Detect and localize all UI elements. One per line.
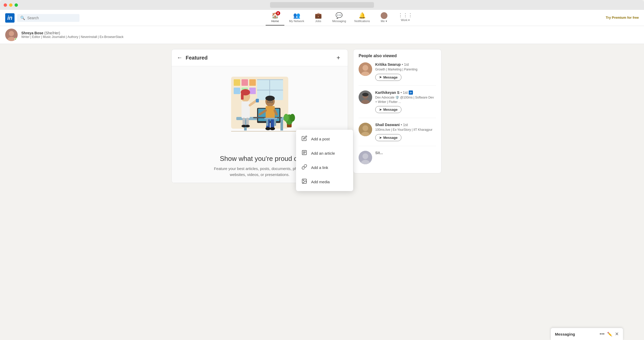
person-info-shail: Shail Daswani • 1st 100ms.live | Ex-Your… (375, 123, 436, 141)
dropdown-item-add-link[interactable]: Add a link (296, 160, 353, 175)
nav-label-notifications: Notifications (354, 19, 370, 23)
person-item: Shail Daswani • 1st 100ms.live | Ex-Your… (359, 123, 436, 146)
dropdown-item-add-media[interactable]: Add media (296, 175, 353, 189)
svg-rect-43 (266, 119, 268, 126)
online-indicator (15, 38, 17, 41)
person-avatar-shail (359, 123, 372, 136)
svg-rect-39 (271, 119, 274, 128)
person-name-karthikeyan: Karthikeyan S • 1st in (375, 90, 436, 95)
message-send-icon: ➤ (379, 75, 382, 79)
svg-point-62 (362, 93, 368, 96)
message-button-kritika[interactable]: ➤ Message (375, 74, 401, 81)
svg-rect-22 (241, 92, 244, 100)
messaging-bar: Messaging ••• ✏️ ✕ (551, 328, 623, 340)
nav-item-jobs[interactable]: 💼 Jobs (309, 10, 327, 25)
notifications-icon: 🔔 (359, 12, 366, 19)
svg-rect-7 (257, 90, 283, 90)
svg-point-57 (363, 65, 368, 71)
featured-header-left: ← Featured (177, 54, 207, 61)
svg-point-55 (303, 180, 304, 181)
svg-rect-12 (249, 79, 256, 86)
link-icon (301, 164, 307, 171)
message-button-shail[interactable]: ➤ Message (375, 134, 401, 141)
messaging-dots-button[interactable]: ••• (600, 331, 605, 337)
featured-header: ← Featured + (172, 49, 348, 66)
profile-info: Shreya Bose (She/Her) Writer | Editor | … (21, 31, 123, 39)
me-avatar (381, 12, 387, 19)
svg-point-31 (265, 96, 275, 101)
person-item: Kritika Swarup • 1st Growth | Marketing … (359, 62, 436, 86)
person-bio-kritika: Growth | Marketing | Parenting (375, 67, 436, 72)
person-info-karthikeyan: Karthikeyan S • 1st in Dev Advocate 🛡️ @… (375, 90, 436, 113)
plus-button[interactable]: + (334, 54, 343, 62)
message-button-karthikeyan[interactable]: ➤ Message (375, 106, 401, 113)
url-bar[interactable] (270, 2, 374, 8)
nav-label-me: Me ▾ (381, 19, 387, 23)
svg-point-47 (284, 114, 289, 122)
person-name-text: Shail Daswani (375, 123, 400, 127)
messaging-close-button[interactable]: ✕ (615, 331, 619, 337)
nav-left: in 🔍 (5, 13, 79, 23)
add-article-label: Add an article (311, 151, 335, 155)
svg-rect-26 (243, 118, 245, 126)
profile-name-text: Shreya Bose (21, 31, 43, 35)
illustration-image (216, 71, 304, 149)
dropdown-item-add-post[interactable]: Add a post (296, 132, 353, 146)
nav-item-work[interactable]: ⋮⋮⋮ Work ▾ (394, 10, 417, 25)
navbar: in 🔍 🏠 8 Home 👥 My Network 💼 Jobs 💬 Me (0, 10, 644, 26)
messaging-compose-button[interactable]: ✏️ (607, 332, 612, 337)
nav-item-home[interactable]: 🏠 8 Home (266, 10, 284, 25)
message-btn-label: Message (383, 136, 398, 140)
person-name-text: Sit... (375, 151, 383, 155)
profile-name: Shreya Bose (She/Her) (21, 31, 123, 35)
search-input[interactable] (27, 16, 76, 20)
nav-item-me[interactable]: Me ▾ (375, 10, 393, 25)
home-badge: 8 (276, 11, 280, 15)
my-network-icon: 👥 (293, 12, 300, 19)
nav-label-messaging: Messaging (332, 19, 346, 23)
nav-item-notifications[interactable]: 🔔 Notifications (351, 10, 374, 25)
main-container: ← Featured + (166, 49, 478, 183)
svg-point-67 (363, 153, 368, 159)
people-also-viewed-card: People also viewed Kritika Swarup • 1st … (353, 49, 441, 173)
edit-icon (301, 135, 307, 142)
messaging-bar-title[interactable]: Messaging (555, 332, 575, 336)
person-info-kritika: Kritika Swarup • 1st Growth | Marketing … (375, 62, 436, 81)
nav-right: Try Premium for free (603, 16, 639, 20)
add-post-label: Add a post (311, 137, 330, 141)
person-name-text: Karthikeyan S (375, 90, 399, 95)
minimize-btn[interactable] (9, 3, 12, 7)
linkedin-premium-icon: in (409, 90, 413, 95)
svg-rect-42 (264, 118, 277, 119)
person-name-shail: Shail Daswani • 1st (375, 123, 436, 127)
illustration-svg (216, 71, 304, 147)
message-send-icon: ➤ (379, 108, 382, 112)
dropdown-item-add-article[interactable]: Add an article (296, 146, 353, 160)
svg-point-41 (270, 127, 275, 130)
svg-rect-10 (234, 88, 240, 94)
person-name-sit: Sit... (375, 151, 436, 155)
svg-line-37 (275, 110, 277, 114)
nav-item-messaging[interactable]: 💬 Messaging (328, 10, 350, 25)
svg-point-64 (363, 125, 368, 131)
close-btn[interactable] (4, 3, 7, 7)
maximize-btn[interactable] (15, 3, 18, 7)
window-chrome (0, 0, 644, 10)
profile-bar: Shreya Bose (She/Her) Writer | Editor | … (0, 26, 644, 44)
person-item: Karthikeyan S • 1st in Dev Advocate 🛡️ @… (359, 90, 436, 118)
svg-point-29 (245, 125, 250, 127)
article-icon (301, 150, 307, 157)
search-bar[interactable]: 🔍 (17, 14, 79, 22)
person-name-kritika: Kritika Swarup • 1st (375, 62, 436, 67)
add-media-label: Add media (311, 180, 330, 184)
search-icon: 🔍 (20, 16, 25, 20)
jobs-icon: 💼 (315, 12, 322, 19)
back-button[interactable]: ← (177, 54, 183, 61)
person-degree: • 1st (402, 62, 409, 67)
svg-rect-13 (249, 88, 256, 94)
nav-item-my-network[interactable]: 👥 My Network (285, 10, 308, 25)
dropdown-menu: Add a post Add an article Add a link (296, 130, 353, 191)
person-bio-shail: 100ms.live | Ex-YourStory | IIT Kharagpu… (375, 128, 436, 132)
premium-link[interactable]: Try Premium for free (606, 16, 639, 20)
home-icon: 🏠 8 (272, 12, 279, 19)
